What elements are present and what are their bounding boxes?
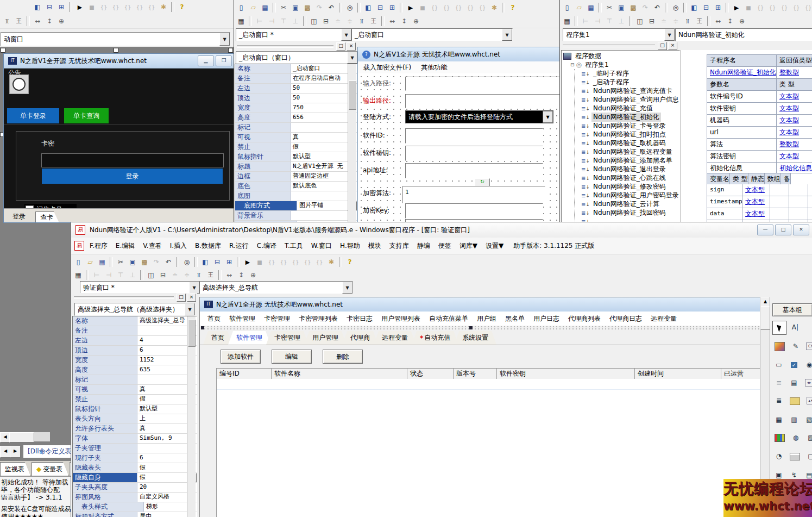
chevron-down-icon[interactable]: ▼ <box>502 29 512 41</box>
same-width-icon[interactable] <box>712 16 724 27</box>
debug-1-icon[interactable] <box>98 2 110 13</box>
stop-icon[interactable] <box>254 257 266 267</box>
float-icon[interactable]: □ <box>336 42 345 51</box>
prop-row[interactable]: 底图 ▼ <box>235 191 357 201</box>
same-height-icon[interactable] <box>724 16 736 27</box>
align-top-icon[interactable] <box>603 16 615 27</box>
menu-item[interactable]: 便签 <box>438 241 451 251</box>
tree-assembly[interactable]: ⊟ ◎ 程序集1 <box>563 60 679 69</box>
prop-row[interactable]: 顶边 6 ▼ <box>73 346 197 356</box>
edge-v-icon[interactable] <box>670 16 682 27</box>
align-right-icon[interactable] <box>103 270 115 281</box>
prop-row[interactable]: 表头样式 梯形 ▼ <box>73 502 197 512</box>
main-window-combo[interactable]: 验证窗口 *▼ <box>80 281 200 294</box>
tab[interactable]: *代理商 <box>342 331 378 345</box>
cut-icon[interactable] <box>278 2 289 13</box>
tree-item[interactable]: ≣↓ Ndun网络验证_心跳在线 <box>581 173 679 182</box>
selection-handle[interactable] <box>201 326 204 329</box>
paste-icon[interactable] <box>301 2 313 13</box>
prop-row[interactable]: 宽度 750 ▼ <box>235 103 357 113</box>
snap-v-icon[interactable] <box>368 16 380 27</box>
prop-row[interactable]: 左边 50 ▼ <box>235 84 357 94</box>
minimize-button[interactable]: ▁ <box>198 55 214 66</box>
run-icon[interactable] <box>405 2 417 13</box>
main-prop-scrollbar[interactable] <box>187 316 196 517</box>
prop-row[interactable]: 宽度 1152 ▼ <box>73 356 197 365</box>
tab-scroll-right-icon[interactable]: ▶ <box>10 446 21 458</box>
column-header[interactable]: 版本号 <box>454 369 497 379</box>
prop-row[interactable]: 允许多行表头 真 ▼ <box>73 424 197 434</box>
login-mode-combo[interactable]: 请载入要加密的文件后选择登陆方式 ▼ <box>405 110 553 123</box>
ide-b-window-combo[interactable]: _启动窗口 *▼ <box>236 28 352 41</box>
prop-row[interactable]: 备注 在程序启动后自动 ▼ <box>235 74 357 84</box>
client-tool-icon[interactable]: ▢ <box>804 450 812 463</box>
tab[interactable]: *自动充值 <box>412 331 458 345</box>
redo-icon[interactable] <box>150 257 162 267</box>
cut-icon[interactable] <box>115 257 127 267</box>
nav-item[interactable]: 卡密管理列表 <box>299 314 338 323</box>
hand-icon[interactable] <box>158 2 169 13</box>
software-key-field[interactable] <box>405 146 543 161</box>
tab[interactable]: *卡密管理 <box>266 331 309 345</box>
tree-item[interactable]: ≣↓ _临时子程序 <box>581 69 679 78</box>
same-size-icon[interactable] <box>55 16 67 27</box>
encrypt-algo-field[interactable]: 1 <box>402 186 545 203</box>
login-button[interactable]: 登录 <box>42 169 223 184</box>
prop-row[interactable]: 名称 _启动窗口 ▼ <box>235 64 357 74</box>
prop-row[interactable]: 鼠标指针 默认型 ▼ <box>73 404 197 414</box>
tab[interactable]: *软件管理 <box>228 331 270 345</box>
edge-v-icon[interactable] <box>344 16 356 27</box>
tab-card-login[interactable]: 单卡登录 <box>7 108 59 123</box>
ide-c-assembly-combo[interactable]: 程序集1▼ <box>563 28 675 41</box>
button-tool-icon[interactable]: ▭ <box>772 358 785 371</box>
redo-icon[interactable] <box>639 2 651 13</box>
menu-item[interactable]: 其他功能 <box>421 63 447 72</box>
prop-row[interactable]: 可视 真 ▼ <box>235 133 357 142</box>
printer-tool-icon[interactable] <box>790 453 800 460</box>
collapse-icon[interactable]: ⊟ <box>570 62 575 67</box>
output-path-field[interactable] <box>405 94 560 108</box>
menu-item[interactable]: I.插入 <box>170 241 187 251</box>
menu-item[interactable]: C.编译 <box>257 241 276 251</box>
form-grid-icon[interactable] <box>235 16 247 27</box>
tree-item[interactable]: ≣↓ Ndun网络验证_卡号登录 <box>581 121 679 130</box>
run-icon[interactable] <box>242 257 254 267</box>
debug-4-icon[interactable] <box>301 257 313 267</box>
align-top-icon[interactable] <box>115 270 127 281</box>
card-input[interactable] <box>41 153 224 167</box>
nav-item[interactable]: 用户日志 <box>533 314 559 323</box>
tab-watch-list[interactable]: 监视表 <box>0 462 30 476</box>
help-search-icon[interactable] <box>507 2 519 13</box>
window-split-bottom-icon[interactable] <box>211 257 223 267</box>
edge-v-icon[interactable] <box>181 270 193 281</box>
open-file-icon[interactable] <box>573 2 585 13</box>
same-size-icon[interactable] <box>410 16 422 27</box>
align-bottom-icon[interactable] <box>615 16 627 27</box>
tree-item[interactable]: ≣↓ Ndun网络验证_查询用户信息 <box>581 95 679 104</box>
nav-item[interactable]: 卡密日志 <box>347 314 373 323</box>
tab[interactable]: *远程变量 <box>374 331 416 345</box>
prop-row[interactable]: 名称 高级选择夹_总导 ▼ <box>73 316 197 326</box>
tree-item[interactable]: ≣↓ Ndun网络验证_取机器码 <box>581 139 679 147</box>
run-icon[interactable] <box>74 2 86 13</box>
prop-row[interactable]: 底图方式 图片平铺 ▼ <box>235 201 357 211</box>
prop-row[interactable]: 标记 ▼ <box>73 375 197 385</box>
tab[interactable]: *用户管理 <box>304 331 347 345</box>
debug-5-icon[interactable] <box>313 257 325 267</box>
align-right-icon[interactable] <box>266 16 278 27</box>
menu-item[interactable]: 模块 <box>368 241 381 251</box>
debug-2-icon[interactable] <box>110 2 122 13</box>
column-header[interactable]: 创建时间 <box>635 369 721 379</box>
api-address-field[interactable] <box>405 163 543 178</box>
debug-1-icon[interactable] <box>266 257 278 267</box>
same-height-icon[interactable] <box>398 16 410 27</box>
center-h-icon[interactable] <box>145 270 157 281</box>
debug-4-icon[interactable] <box>790 2 802 13</box>
form-grid-icon[interactable] <box>561 16 573 27</box>
center-h-icon[interactable] <box>634 16 646 27</box>
encrypt-form-titlebar[interactable]: ? N之盾V1全开源 无忧技术吧www.whct.net <box>358 47 560 62</box>
tab[interactable]: *系统设置 <box>454 331 496 345</box>
menu-item[interactable]: F.程序 <box>90 241 108 251</box>
align-left-icon[interactable] <box>254 16 266 27</box>
network-tool-icon[interactable]: ◍ <box>789 431 802 444</box>
